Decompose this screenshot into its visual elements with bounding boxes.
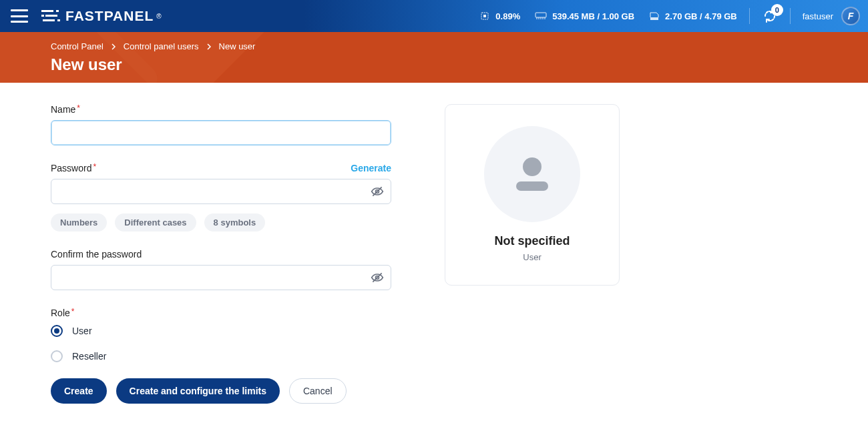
svg-rect-1 <box>45 15 57 17</box>
generate-password-link[interactable]: Generate <box>351 163 391 173</box>
name-input[interactable] <box>51 120 391 145</box>
stat-disk[interactable]: 2.70 GB / 4.79 GB <box>649 11 737 21</box>
card-role: User <box>523 252 541 262</box>
field-role: Role* User Reseller <box>51 308 391 362</box>
hint-numbers: Numbers <box>51 213 107 232</box>
stat-ram[interactable]: 539.45 MB / 1.00 GB <box>535 11 634 21</box>
logo[interactable]: FASTPANEL ® <box>41 8 162 24</box>
name-label: Name* <box>51 104 80 115</box>
svg-rect-8 <box>535 13 546 17</box>
breadcrumb-item-new-user[interactable]: New user <box>219 41 256 51</box>
cancel-button[interactable]: Cancel <box>289 378 347 404</box>
logo-registered: ® <box>156 13 162 20</box>
role-reseller-label: Reseller <box>72 351 106 362</box>
confirm-password-input[interactable] <box>51 265 391 290</box>
chevron-right-icon <box>206 43 212 50</box>
notifications-button[interactable]: 0 <box>762 8 778 24</box>
notification-count: 0 <box>771 4 783 16</box>
profile-preview-card: Not specified User <box>445 104 620 286</box>
topbar-right: 0.89% 539.45 MB / 1.00 GB 2.70 GB / 4.79… <box>465 7 860 25</box>
breadcrumb-item-control-panel[interactable]: Control Panel <box>51 41 103 51</box>
password-hints: Numbers Different cases 8 symbols <box>51 213 391 232</box>
role-user-label: User <box>72 326 92 336</box>
ram-icon <box>535 11 547 21</box>
password-label: Password* <box>51 163 96 173</box>
avatar-placeholder-icon <box>484 126 580 222</box>
logo-icon <box>41 10 61 22</box>
profile-card-column: Not specified User <box>445 104 620 404</box>
avatar-initial: F <box>848 11 854 21</box>
svg-rect-0 <box>41 10 53 12</box>
page-title: New user <box>51 55 868 74</box>
user-avatar[interactable]: F <box>841 7 860 25</box>
hint-symbols: 8 symbols <box>204 213 266 232</box>
role-label: Role* <box>51 308 74 318</box>
eye-off-icon <box>371 185 384 198</box>
chevron-right-icon <box>110 43 117 50</box>
hint-cases: Different cases <box>115 213 196 232</box>
stat-cpu-value: 0.89% <box>495 11 520 21</box>
radio-icon <box>51 325 63 337</box>
svg-rect-5 <box>57 19 60 21</box>
menu-button[interactable] <box>11 9 28 23</box>
create-configure-limits-button[interactable]: Create and configure the limits <box>116 378 280 404</box>
eye-off-icon <box>371 271 384 284</box>
disk-icon <box>649 11 660 21</box>
form: Name* Password* Generate Num <box>51 104 391 404</box>
topbar: FASTPANEL ® 0.89% 539.45 MB / 1.00 GB 2.… <box>0 0 868 32</box>
role-option-user[interactable]: User <box>51 325 391 337</box>
svg-rect-2 <box>43 19 55 21</box>
svg-rect-9 <box>650 17 658 20</box>
stat-disk-value: 2.70 GB / 4.79 GB <box>665 11 737 21</box>
content: Name* Password* Generate Num <box>0 83 868 424</box>
field-name: Name* <box>51 104 391 145</box>
role-option-reseller[interactable]: Reseller <box>51 350 391 362</box>
svg-rect-7 <box>483 15 486 17</box>
breadcrumb: Control Panel Control panel users New us… <box>51 41 868 51</box>
page-header: Control Panel Control panel users New us… <box>0 32 868 83</box>
create-button[interactable]: Create <box>51 378 107 404</box>
stat-ram-value: 539.45 MB / 1.00 GB <box>552 11 634 21</box>
card-name: Not specified <box>494 234 570 248</box>
svg-rect-4 <box>41 15 44 17</box>
breadcrumb-item-users[interactable]: Control panel users <box>124 41 199 51</box>
logo-text: FASTPANEL <box>65 8 154 24</box>
toggle-password-visibility[interactable] <box>367 181 387 201</box>
confirm-label: Confirm the password <box>51 249 142 260</box>
cpu-icon <box>479 11 490 21</box>
svg-rect-3 <box>56 10 59 12</box>
field-confirm: Confirm the password <box>51 249 391 290</box>
password-input[interactable] <box>51 179 391 204</box>
toggle-confirm-visibility[interactable] <box>367 268 387 288</box>
form-actions: Create Create and configure the limits C… <box>51 378 391 404</box>
stat-cpu[interactable]: 0.89% <box>479 11 520 21</box>
radio-icon <box>51 350 63 362</box>
username[interactable]: fastuser <box>803 11 833 21</box>
field-password: Password* Generate Numbers Different cas… <box>51 163 391 232</box>
